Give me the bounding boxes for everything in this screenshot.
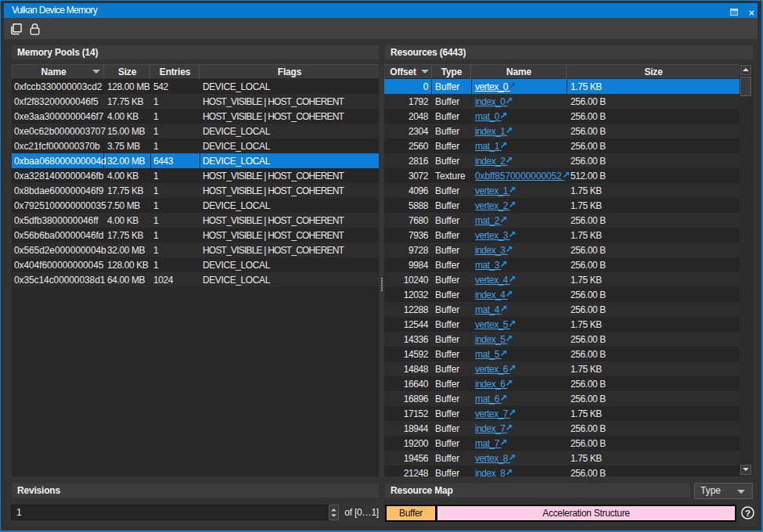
svg-text:?: ? xyxy=(745,509,750,518)
